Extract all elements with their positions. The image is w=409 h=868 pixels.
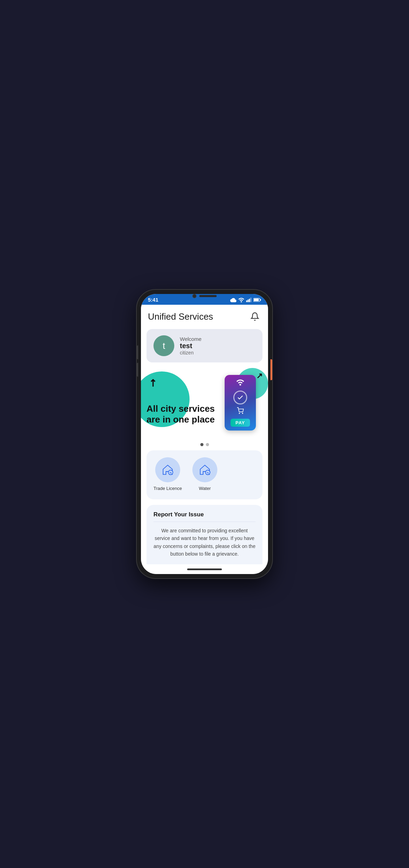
- main-scroll-area: Unified Services t Welcome test citizen: [141, 305, 268, 564]
- svg-point-0: [241, 301, 242, 302]
- pay-button-illus: PAY: [231, 419, 250, 427]
- avatar: t: [153, 335, 174, 356]
- services-card: % Trade Licence %: [147, 450, 262, 499]
- svg-text:%: %: [207, 471, 209, 474]
- trade-licence-icon-circle: %: [155, 457, 180, 482]
- app-header: Unified Services: [141, 305, 268, 326]
- dot-2: [206, 443, 209, 446]
- page-title: Unified Services: [148, 311, 213, 322]
- wifi-icon: [238, 297, 244, 302]
- user-role: citizen: [180, 350, 201, 355]
- svg-rect-2: [248, 300, 249, 302]
- banner-line2: are in one place: [147, 414, 215, 425]
- signal-icon: [246, 297, 252, 302]
- dot-1: [200, 443, 203, 446]
- svg-rect-7: [260, 299, 261, 301]
- water-icon-circle: %: [192, 457, 217, 482]
- svg-rect-3: [249, 298, 250, 302]
- bell-icon: [250, 312, 259, 321]
- banner-container: ↗ All city services are in one place ↗: [141, 368, 268, 437]
- banner-text: All city services are in one place: [147, 403, 215, 425]
- report-issue-card: Report Your Issue We are committed to pr…: [147, 505, 262, 564]
- water-icon: %: [198, 463, 212, 477]
- svg-point-9: [239, 413, 240, 414]
- svg-point-10: [242, 413, 243, 414]
- banner-arrow-right: ↗: [256, 371, 262, 380]
- report-divider: [153, 522, 256, 522]
- cloud-icon: [230, 297, 236, 302]
- report-description: We are committed to providing excellent …: [153, 527, 256, 558]
- svg-point-8: [240, 384, 241, 386]
- status-icons: [230, 297, 261, 302]
- banner-slide: ↗ All city services are in one place ↗: [141, 368, 268, 437]
- phone-illus-wifi-icon: [236, 379, 244, 388]
- svg-text:%: %: [169, 471, 172, 474]
- welcome-text: Welcome test citizen: [180, 336, 201, 355]
- notification-button[interactable]: [249, 310, 261, 323]
- water-label: Water: [199, 486, 211, 491]
- user-name: test: [180, 342, 201, 350]
- trade-licence-icon: %: [161, 463, 175, 477]
- svg-rect-4: [250, 297, 251, 302]
- home-bar: [187, 568, 222, 570]
- svg-rect-1: [246, 300, 247, 302]
- trade-licence-label: Trade Licence: [153, 486, 182, 491]
- battery-icon: [253, 297, 261, 302]
- home-indicator: [141, 564, 268, 574]
- banner-dots: [141, 440, 268, 448]
- phone-illus-cart-icon: [237, 407, 244, 416]
- status-time: 5:41: [148, 297, 158, 303]
- report-title: Report Your Issue: [153, 511, 256, 518]
- services-grid: % Trade Licence %: [153, 457, 256, 491]
- welcome-card: t Welcome test citizen: [147, 329, 262, 362]
- phone-illus-check-icon: [233, 391, 247, 404]
- service-item-trade-licence[interactable]: % Trade Licence: [153, 457, 182, 491]
- svg-rect-6: [254, 298, 259, 301]
- banner-line1: All city services: [147, 403, 215, 414]
- service-item-water[interactable]: % Water: [192, 457, 217, 491]
- welcome-label: Welcome: [180, 336, 201, 342]
- phone-illus-device: PAY: [225, 375, 256, 431]
